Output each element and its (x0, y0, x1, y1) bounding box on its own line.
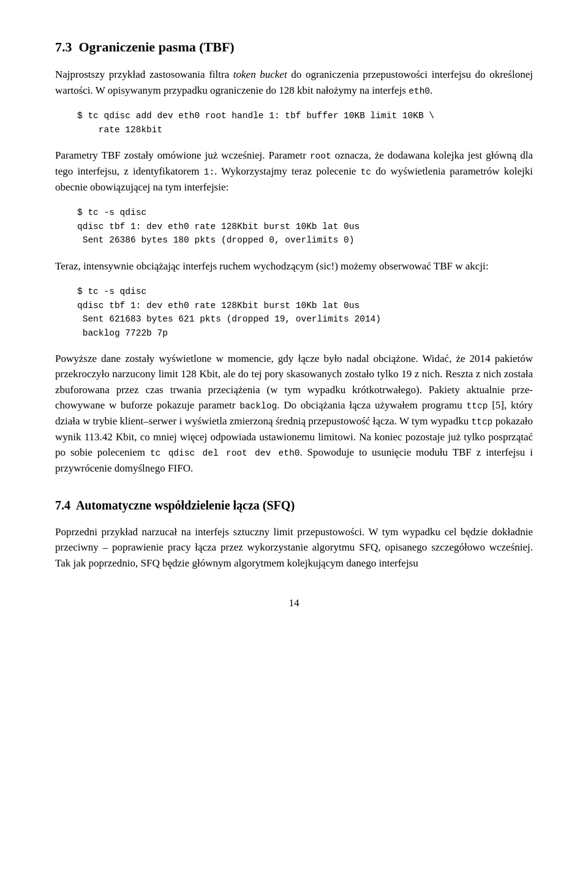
section-title: 7.3 Ograniczenie pasma (TBF) (55, 37, 533, 57)
page-number: 14 (55, 595, 533, 611)
powyzsze-paragraph: Powyższe dane zostały wyświetlone w mome… (55, 351, 533, 476)
code-block-3: $ tc -s qdisc qdisc tbf 1: dev eth0 rate… (77, 285, 533, 340)
page: 7.3 Ograniczenie pasma (TBF) Najprostszy… (0, 0, 588, 869)
code-block-2: $ tc -s qdisc qdisc tbf 1: dev eth0 rate… (77, 206, 533, 247)
intro-paragraph: Najprostszy przykład zastosowania filtra… (55, 67, 533, 98)
code-block-1: $ tc qdisc add dev eth0 root handle 1: t… (77, 109, 533, 137)
sfq-paragraph: Poprzedni przykład narzucał na interfejs… (55, 524, 533, 571)
subsection-title: 7.4 Automatyczne współdzielenie łącza (S… (55, 496, 533, 514)
teraz-paragraph: Teraz, intensywnie obciążając interfejs … (55, 258, 533, 274)
param-paragraph: Parametry TBF zostały omówione już wcześ… (55, 148, 533, 195)
section-number: 7.3 (55, 39, 72, 55)
subsection-number: 7.4 (55, 498, 70, 512)
